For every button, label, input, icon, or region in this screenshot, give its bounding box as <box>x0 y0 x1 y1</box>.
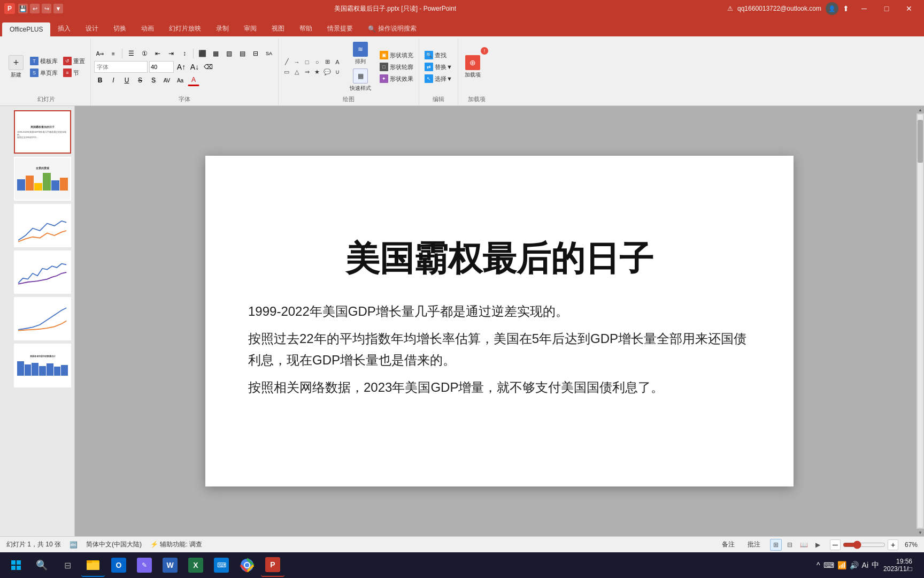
shape-arrow-btn[interactable]: → <box>292 57 302 67</box>
taskbar-taskview[interactable]: ⊟ <box>56 553 79 577</box>
shape-right-arrow-btn[interactable]: ⇒ <box>302 67 312 77</box>
taskbar-word[interactable]: W <box>158 553 182 577</box>
spacing-button[interactable]: AV <box>161 74 173 86</box>
zoom-in-btn[interactable]: + <box>888 539 898 550</box>
taskbar-excel[interactable]: X <box>184 553 207 577</box>
accessibility-indicator[interactable]: ⚡ 辅助功能: 调查 <box>150 540 202 549</box>
tab-insert[interactable]: 插入 <box>50 21 78 36</box>
zoom-slider[interactable] <box>843 541 886 549</box>
select-button[interactable]: ↖ 选择▼ <box>422 73 455 84</box>
taskbar-datetime[interactable]: 19:56 2023/11/□ <box>883 558 912 573</box>
find-button[interactable]: 🔍 查找 <box>422 50 455 60</box>
zoom-out-btn[interactable]: ─ <box>830 539 841 550</box>
slide-thumb-5[interactable] <box>14 297 71 340</box>
slide-canvas[interactable]: 美国霸权最后的日子 1999-2022年美国GDP增长量几乎都是通过逆差实现的。… <box>205 156 794 486</box>
columns-button[interactable]: ⊟ <box>250 48 261 59</box>
taskbar-powerpoint[interactable]: P <box>261 553 284 577</box>
customize-button[interactable]: ▼ <box>53 4 63 13</box>
shape-outline-button[interactable]: □ 形状轮廓 <box>378 62 415 72</box>
slide-thumb-2[interactable]: 全景的景观 <box>14 157 71 200</box>
language-indicator[interactable]: 简体中文(中国大陆) <box>86 540 142 549</box>
slide-thumb-1[interactable]: 美国霸权最后的日子 1999-2022年美国GDP增长量几乎都是通过逆差实现的。… <box>14 110 71 154</box>
increase-indent-button[interactable]: ⇥ <box>165 48 177 59</box>
italic-button[interactable]: I <box>107 74 119 86</box>
font-color-button[interactable]: A <box>188 74 199 86</box>
tray-language[interactable]: 中 <box>872 560 879 570</box>
font-name-input[interactable] <box>94 61 148 73</box>
shrink-font-button[interactable]: A↓ <box>189 61 201 73</box>
user-avatar[interactable]: 👤 <box>826 2 838 15</box>
redo-button[interactable]: ↪ <box>42 4 51 13</box>
tab-officePlus[interactable]: OfficePLUS <box>2 22 50 36</box>
shadow-button[interactable]: S <box>148 74 159 86</box>
normal-view-btn[interactable]: ⊞ <box>770 539 782 551</box>
new-slide-button[interactable]: + 新建 <box>5 54 27 80</box>
slide-thumb-3[interactable] <box>14 204 71 247</box>
slide-sorter-btn[interactable]: ⊟ <box>784 539 796 551</box>
align-center-button[interactable]: ▦ <box>210 48 221 59</box>
bullets-button[interactable]: ☰ <box>125 48 137 59</box>
tray-chevron[interactable]: ^ <box>817 561 820 569</box>
tab-ai[interactable]: 情景提要 <box>320 21 360 36</box>
tab-slideshow[interactable]: 幻灯片放映 <box>161 21 209 36</box>
grow-font-button[interactable]: A↑ <box>175 61 187 73</box>
clear-format-button[interactable]: ⌫ <box>202 61 214 73</box>
numbering-button[interactable]: ① <box>138 48 150 59</box>
shape-line-btn[interactable]: ╱ <box>282 57 291 67</box>
char-case-button[interactable]: Aa <box>174 74 186 86</box>
template-library-button[interactable]: T 模板库 <box>28 56 60 66</box>
shape-fill-button[interactable]: ▣ 形状填充 <box>378 50 415 60</box>
tab-help[interactable]: 帮助 <box>292 21 320 36</box>
close-button[interactable]: ✕ <box>898 3 920 14</box>
shape-curve-btn[interactable]: ∪ <box>333 67 342 77</box>
notes-button[interactable]: 备注 <box>719 539 738 550</box>
decrease-indent-button[interactable]: ⇤ <box>152 48 164 59</box>
line-spacing-button[interactable]: ↕ <box>179 48 190 59</box>
save-button[interactable]: 💾 <box>18 4 28 13</box>
taskbar-outlook[interactable]: O <box>107 553 130 577</box>
smart-art-button[interactable]: SA <box>263 48 275 59</box>
tab-review[interactable]: 审阅 <box>236 21 264 36</box>
tab-record[interactable]: 录制 <box>209 21 236 36</box>
strikethrough-button[interactable]: S <box>134 74 146 86</box>
show-desktop-btn[interactable] <box>917 553 920 577</box>
quick-styles-button[interactable]: ▦ 快速样式 <box>346 67 374 93</box>
arrange-button[interactable]: ≋ 排列 <box>346 41 374 66</box>
shape-star-btn[interactable]: ★ <box>312 67 322 77</box>
justify-button[interactable]: ▤ <box>236 48 248 59</box>
tab-transitions[interactable]: 切换 <box>106 21 134 36</box>
tab-view[interactable]: 视图 <box>264 21 292 36</box>
tray-volume[interactable]: 🔊 <box>850 561 859 569</box>
restore-button[interactable]: □ <box>876 3 897 14</box>
font-size-input[interactable] <box>149 61 174 73</box>
align-text-button[interactable]: ≡ <box>107 48 119 59</box>
bold-button[interactable]: B <box>94 74 106 86</box>
shape-triangle-btn[interactable]: △ <box>292 67 302 77</box>
reset-button[interactable]: ↺ 重置 <box>61 56 87 66</box>
align-right-button[interactable]: ▧ <box>223 48 235 59</box>
taskbar-chrome[interactable] <box>235 553 259 577</box>
align-left-button[interactable]: ⬛ <box>196 48 208 59</box>
tray-keyboard[interactable]: ⌨ <box>823 561 834 569</box>
start-button[interactable] <box>4 553 28 577</box>
reading-view-btn[interactable]: 📖 <box>798 539 810 551</box>
underline-button[interactable]: U <box>121 74 133 86</box>
shape-callout-btn[interactable]: 💬 <box>322 67 332 77</box>
tray-network[interactable]: 📶 <box>837 561 846 569</box>
scroll-thumb[interactable] <box>918 120 923 163</box>
minimize-button[interactable]: ─ <box>853 3 875 14</box>
single-page-button[interactable]: S 单页库 <box>28 67 60 78</box>
tab-search[interactable]: 🔍操作说明搜索 <box>360 21 424 36</box>
shape-more-btn[interactable]: ⊞ <box>322 57 332 67</box>
user-account[interactable]: qq1660013722@outlook.com <box>737 5 821 12</box>
ribbon-display-btn[interactable]: ⬆ <box>843 4 849 13</box>
text-direction-button[interactable]: A⇒ <box>94 48 106 59</box>
taskbar-explorer[interactable] <box>81 553 105 577</box>
shape-rounded-rect-btn[interactable]: ▭ <box>282 67 291 77</box>
tab-animations[interactable]: 动画 <box>134 21 161 36</box>
section-button[interactable]: ≡ 节 <box>61 67 87 78</box>
vertical-scrollbar[interactable]: ▲ ▼ <box>917 106 924 536</box>
tab-design[interactable]: 设计 <box>78 21 106 36</box>
comments-button[interactable]: 批注 <box>744 539 764 550</box>
shape-rect-btn[interactable]: □ <box>302 57 312 67</box>
